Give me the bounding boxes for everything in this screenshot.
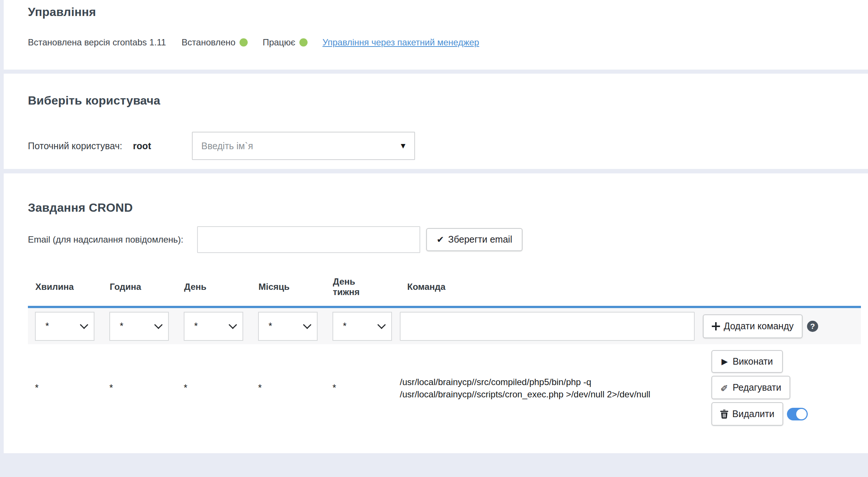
- chevron-down-icon: [154, 321, 163, 329]
- chevron-down-icon: [303, 321, 312, 329]
- trash-icon: [720, 410, 728, 419]
- management-title: Управління: [28, 5, 868, 19]
- cron-table: Хвилина Година День Місяць День тижня Ко…: [28, 276, 861, 432]
- running-status-dot: [299, 38, 308, 47]
- row-command: /usr/local/brainycp//src/compiled/php5/b…: [400, 376, 711, 400]
- add-command-row: * * * *: [28, 308, 861, 344]
- management-card: Управління Встановлена версія crontabs 1…: [4, 0, 868, 70]
- chevron-down-icon: [377, 321, 386, 329]
- chevron-down-icon: [229, 321, 237, 329]
- weekday-select[interactable]: *: [332, 312, 392, 341]
- user-select-placeholder: Введіть ім`я: [201, 141, 253, 151]
- add-command-button[interactable]: Додати команду: [703, 314, 803, 338]
- current-user-value: root: [133, 141, 151, 151]
- running-status: Працює: [263, 37, 308, 48]
- installed-status-dot: [239, 38, 248, 47]
- cron-task-row: * * * * * /usr/local/brainycp//src/compi…: [28, 344, 861, 432]
- running-status-label: Працює: [263, 37, 295, 48]
- package-manager-link[interactable]: Управління через пакетний менеджер: [322, 37, 479, 48]
- pencil-icon: ✎: [720, 382, 728, 393]
- chevron-down-icon: [80, 321, 89, 329]
- installed-version-text: Встановлена версія crontabs 1.11: [28, 37, 166, 48]
- current-user-row: Поточний користувач: root Введіть ім`я ▼: [28, 132, 868, 160]
- edit-button[interactable]: ✎ Редагувати: [711, 376, 790, 399]
- crond-title: Завдання CROND: [28, 201, 868, 214]
- header-command: Команда: [400, 282, 861, 292]
- cron-table-header: Хвилина Година День Місяць День тижня Ко…: [28, 276, 861, 297]
- current-user-label: Поточний користувач:: [28, 141, 122, 151]
- row-minute: *: [28, 382, 102, 393]
- minute-select[interactable]: *: [35, 312, 94, 341]
- help-icon[interactable]: ?: [807, 321, 818, 332]
- installed-status-label: Встановлено: [181, 37, 235, 48]
- delete-button[interactable]: Видалити: [711, 402, 783, 426]
- header-minute: Хвилина: [28, 282, 102, 292]
- header-weekday: День тижня: [325, 276, 400, 297]
- run-button[interactable]: ▶ Виконати: [711, 350, 783, 373]
- header-day: День: [177, 282, 251, 292]
- header-hour: Година: [102, 282, 177, 292]
- hour-select[interactable]: *: [109, 312, 169, 341]
- installed-status: Встановлено: [181, 37, 248, 48]
- email-row: Email (для надсилання повідомлень): ✔ Зб…: [28, 225, 868, 253]
- header-month: Місяць: [251, 282, 325, 292]
- month-select[interactable]: *: [258, 312, 318, 341]
- row-day: *: [177, 382, 251, 393]
- check-icon: ✔: [437, 234, 444, 245]
- row-actions: ▶ Виконати ✎ Редагувати: [711, 350, 861, 426]
- command-input[interactable]: [400, 312, 695, 341]
- email-input[interactable]: [197, 226, 420, 253]
- toggle-knob: [796, 409, 807, 419]
- row-month: *: [251, 382, 325, 393]
- email-label: Email (для надсилання повідомлень):: [28, 234, 197, 245]
- select-user-card: Виберіть користувача Поточний користувач…: [4, 74, 868, 169]
- row-hour: *: [102, 382, 177, 393]
- save-email-button[interactable]: ✔ Зберегти email: [426, 228, 523, 251]
- crond-tasks-card: Завдання CROND Email (для надсилання пов…: [4, 173, 868, 453]
- user-select-dropdown[interactable]: Введіть ім`я ▼: [192, 132, 415, 160]
- select-user-title: Виберіть користувача: [28, 94, 868, 107]
- plus-icon: [712, 322, 720, 330]
- management-status-row: Встановлена версія crontabs 1.11 Встанов…: [28, 37, 868, 48]
- dropdown-caret-icon: ▼: [399, 141, 407, 150]
- cron-enabled-toggle[interactable]: [787, 408, 808, 420]
- day-select[interactable]: *: [184, 312, 243, 341]
- row-weekday: *: [325, 382, 400, 393]
- play-icon: ▶: [721, 357, 728, 366]
